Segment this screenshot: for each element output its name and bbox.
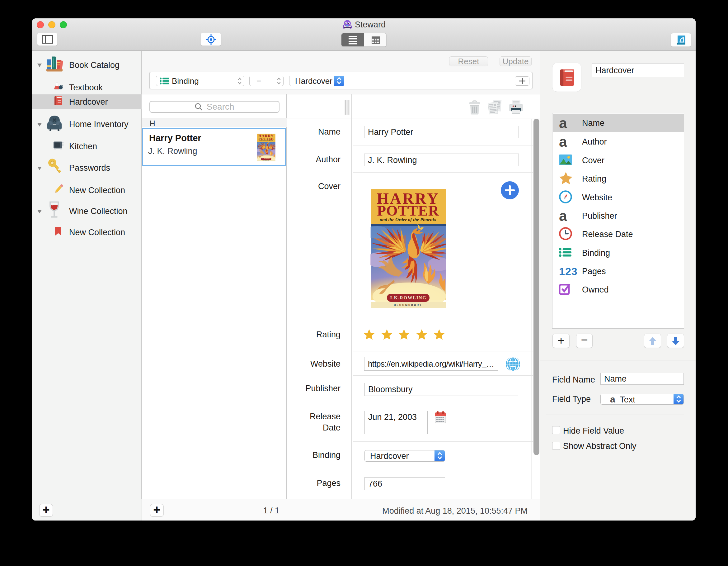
svg-text:J.K.ROWLING: J.K.ROWLING [261,158,270,160]
svg-text:and the Order of the Phoenix: and the Order of the Phoenix [380,217,436,222]
svg-text:BLOOMSBURY: BLOOMSBURY [263,160,270,161]
svg-text:J.K.ROWLING: J.K.ROWLING [389,295,426,300]
svg-text:POTTER: POTTER [258,137,274,140]
svg-text:and the Order of the Phoenix: and the Order of the Phoenix [259,140,273,141]
svg-text:POTTER: POTTER [377,202,439,219]
svg-text:BLOOMSBURY: BLOOMSBURY [394,304,422,307]
